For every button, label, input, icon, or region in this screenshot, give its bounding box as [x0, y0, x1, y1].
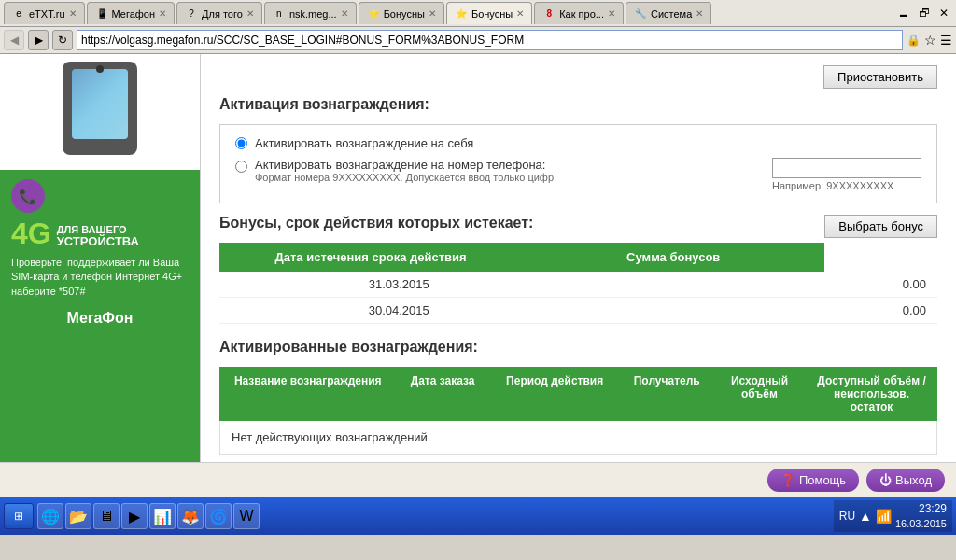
fourg-subline1: для вашего	[57, 224, 139, 235]
tab-favicon-megafon: 📱	[95, 7, 108, 21]
tab-favicon-bonus1: ⭐	[367, 7, 380, 21]
tab-label-bonus1: Бонусны	[384, 8, 425, 20]
tab-close-dlya[interactable]: ✕	[246, 8, 254, 19]
exit-icon: ⏻	[879, 473, 892, 487]
act-col1-header: Название вознаграждения	[219, 367, 396, 421]
tab-bonus2[interactable]: ⭐ Бонусны ✕	[446, 2, 532, 24]
tab-close-sistema[interactable]: ✕	[696, 8, 703, 19]
taskbar-word-icon[interactable]: W	[233, 503, 260, 529]
tray-lang: RU	[839, 510, 855, 523]
table-row: 31.03.2015 0.00	[219, 272, 937, 298]
tray-network-icon: ▲	[859, 509, 872, 524]
phone-number-input[interactable]	[772, 158, 921, 178]
tab-close-bonus1[interactable]: ✕	[429, 8, 436, 19]
close-icon[interactable]: ✕	[935, 5, 952, 21]
activation-title: Активация вознаграждения:	[219, 96, 937, 113]
help-icon: ❓	[780, 473, 795, 487]
taskbar-media-icon[interactable]: ▶	[121, 503, 148, 529]
choose-bonus-button[interactable]: Выбрать бонус	[824, 215, 937, 238]
col-amount-header: Сумма бонусов	[522, 243, 824, 272]
activated-table-header: Название вознаграждения Дата заказа Пери…	[219, 367, 937, 421]
tab-etxt[interactable]: e eTXT.ru ✕	[4, 2, 85, 24]
start-icon: ⊞	[14, 510, 23, 523]
radio-self[interactable]	[235, 137, 247, 149]
tab-label-kak: Как про...	[559, 8, 604, 20]
activated-bonuses-section: Активированные вознаграждения: Название …	[219, 339, 937, 455]
bonus-amount-2: 0.00	[579, 298, 938, 323]
activation-box: Активировать вознаграждение на себя Акти…	[219, 124, 937, 203]
expiry-date-2: 30.04.2015	[219, 298, 579, 323]
tab-close-etxt[interactable]: ✕	[69, 8, 77, 19]
tab-label-etxt: eTXT.ru	[29, 8, 65, 20]
security-icon: 🔒	[907, 34, 921, 47]
back-button[interactable]: ◀	[4, 30, 24, 50]
reload-button[interactable]: ↻	[52, 30, 73, 50]
format-hint: Формат номера 9XXXXXXXXX. Допускается вв…	[255, 172, 554, 183]
taskbar-firefox-icon[interactable]: 🦊	[177, 503, 204, 529]
star-icon[interactable]: ☆	[924, 33, 936, 48]
tray-signal-icon: 📶	[876, 509, 892, 524]
tab-close-kak[interactable]: ✕	[608, 8, 615, 19]
tab-favicon-kak: 8	[542, 7, 555, 21]
taskbar-quick-launch: 🌐 📂 🖥 ▶ 📊 🦊 🌀 W	[37, 503, 260, 529]
act-col4-header: Получатель	[621, 367, 713, 421]
radio-phone-label: Активировать вознаграждение на номер тел…	[255, 158, 545, 172]
tab-close-bonus2[interactable]: ✕	[516, 8, 524, 19]
system-tray: RU ▲ 📶 23:29 16.03.2015	[834, 500, 952, 532]
activated-title: Активированные вознаграждения:	[219, 339, 937, 356]
main-content: Приостановить Активация вознаграждения: …	[201, 54, 956, 462]
start-button[interactable]: ⊞	[4, 503, 34, 529]
tab-close-nsk[interactable]: ✕	[341, 8, 348, 19]
exit-button-label: Выход	[895, 473, 932, 487]
tab-favicon-sistema: 🔧	[634, 7, 647, 21]
act-col6-header: Доступный объём / неиспользов. остаток	[806, 367, 937, 421]
taskbar-time: 23:29	[919, 502, 947, 517]
col-date-header: Дата истечения срока действия	[219, 243, 522, 272]
menu-icon[interactable]: ☰	[940, 33, 952, 48]
pause-button[interactable]: Приостановить	[823, 65, 937, 89]
tab-close-megafon[interactable]: ✕	[159, 8, 166, 19]
taskbar-excel-icon[interactable]: 📊	[149, 503, 176, 529]
fourg-text: 4G	[11, 218, 51, 248]
expiry-date-1: 31.03.2015	[219, 272, 579, 297]
table-row: 30.04.2015 0.00	[219, 298, 937, 324]
help-button[interactable]: ❓ Помощь	[767, 469, 859, 492]
tab-dlya[interactable]: ? Для того ✕	[176, 2, 262, 24]
tab-label-sistema: Система	[651, 8, 692, 20]
phone-image	[63, 62, 137, 155]
tab-kak[interactable]: 8 Как про... ✕	[534, 2, 624, 24]
radio-phone[interactable]	[235, 161, 247, 173]
taskbar-ie-icon[interactable]: 🌐	[37, 503, 63, 529]
exit-button[interactable]: ⏻ Выход	[866, 469, 945, 492]
tab-label-nsk: nsk.meg...	[289, 8, 337, 20]
tab-bonus1[interactable]: ⭐ Бонусны ✕	[358, 2, 444, 24]
taskbar-date: 16.03.2015	[895, 517, 947, 530]
taskbar: ⊞ 🌐 📂 🖥 ▶ 📊 🦊 🌀 W RU ▲ 📶 23:29 16.03.201…	[0, 497, 956, 535]
radio-self-label: Активировать вознаграждение на себя	[255, 136, 473, 150]
address-bar[interactable]	[77, 30, 903, 50]
tab-favicon-etxt: e	[12, 7, 25, 21]
taskbar-explorer-icon[interactable]: 📂	[65, 503, 91, 529]
forward-button[interactable]: ▶	[28, 30, 49, 50]
act-col2-header: Дата заказа	[396, 367, 488, 421]
taskbar-chrome-icon[interactable]: 🌀	[205, 503, 232, 529]
tab-megafon[interactable]: 📱 Мегафон ✕	[87, 2, 176, 24]
minimize-icon[interactable]: 🗕	[894, 5, 913, 21]
no-bonuses-message: Нет действующих вознаграждений.	[219, 421, 937, 455]
expiring-table-header: Дата истечения срока действия Сумма бону…	[219, 243, 824, 272]
fourg-subline2: устройства	[57, 235, 139, 248]
sidebar: 📞 4G для вашего устройства Проверьте, по…	[0, 54, 201, 462]
tab-favicon-dlya: ?	[185, 7, 198, 21]
tab-label-dlya: Для того	[202, 8, 243, 20]
tab-sistema[interactable]: 🔧 Система ✕	[626, 2, 711, 24]
taskbar-monitor-icon[interactable]: 🖥	[93, 503, 120, 529]
megafon-purple-icon: 📞	[11, 179, 45, 213]
bonus-amount-1: 0.00	[579, 272, 938, 297]
tab-label-bonus2: Бонусны	[471, 8, 513, 20]
tab-nsk[interactable]: n nsk.meg... ✕	[264, 2, 357, 24]
megafon-brand: МегаФон	[11, 310, 189, 327]
maximize-icon[interactable]: 🗗	[915, 5, 934, 21]
help-button-label: Помощь	[799, 473, 846, 487]
tab-favicon-bonus2: ⭐	[455, 7, 468, 21]
phone-placeholder-hint: Например, 9XXXXXXXXX	[772, 180, 921, 191]
